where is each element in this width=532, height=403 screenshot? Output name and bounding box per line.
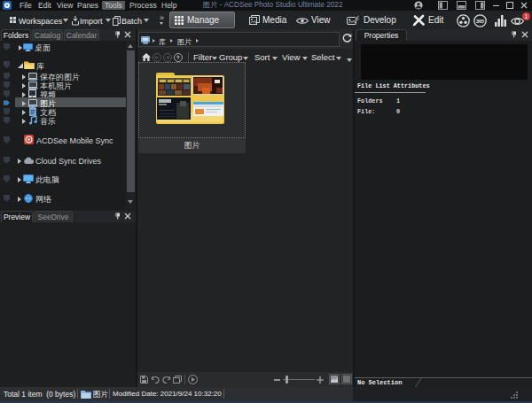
svg-text:365: 365 [476, 19, 484, 24]
